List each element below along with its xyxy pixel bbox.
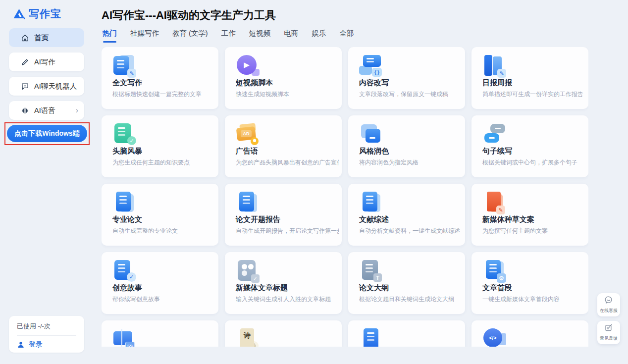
code-circle-icon: </> xyxy=(482,327,506,347)
tool-card-description: 根据标题快速创建一篇完整的文章 xyxy=(112,90,215,99)
tool-card-title: 短视频脚本 xyxy=(236,78,273,88)
tool-card[interactable]: ⚙文章首段一键生成新媒体文章首段内容 xyxy=(471,252,588,314)
tool-card-description: 为您的产品头脑风暴出有创意的广告宣传语 xyxy=(236,158,339,167)
tool-card-partial[interactable]: </> xyxy=(471,320,588,347)
tab-3[interactable]: 教育 (文学) xyxy=(172,29,208,43)
tool-card[interactable]: ✓创意故事帮你续写创意故事 xyxy=(102,252,218,314)
tool-card-title: 广告语 xyxy=(236,147,258,156)
user-icon xyxy=(17,341,25,349)
tool-card-title: 新媒体种草文案 xyxy=(482,215,534,224)
tool-card[interactable]: ✎日报周报简单描述即可生成一份详实的工作报告 xyxy=(471,47,588,109)
service-button[interactable]: 在线客服 xyxy=(597,293,620,316)
sidebar-item-chat[interactable]: AI聊天机器人 xyxy=(9,77,84,96)
tool-card[interactable]: ✎新媒体种草文案为您撰写任何主题的文案 xyxy=(471,184,588,246)
voice-icon xyxy=(21,106,29,115)
tool-card-title: 论文大纲 xyxy=(359,283,389,293)
sidebar-item-label: AI写作 xyxy=(34,57,55,67)
tool-card-partial[interactable] xyxy=(348,320,465,347)
tool-card-description: 自动生成开题报告，开启论文写作第一步 xyxy=(236,227,339,235)
floater-label: 在线客服 xyxy=(600,308,618,314)
tool-card[interactable]: AD广告语为您的产品头脑风暴出有创意的广告宣传语 xyxy=(225,115,342,177)
paper-doc-icon xyxy=(359,191,383,214)
tool-card-description: 简单描述即可生成一份详实的工作报告 xyxy=(482,90,585,99)
sidebar-menu: 首页AI写作AI聊天机器人AI语音› xyxy=(9,28,84,120)
tool-card-description: 为您生成任何主题的知识要点 xyxy=(112,158,215,167)
app-window: 写作宝 首页AI写作AI聊天机器人AI语音› 点击下载Windows端 已使用 … xyxy=(0,0,628,364)
download-windows-button[interactable]: 点击下载Windows端 xyxy=(7,125,87,142)
tool-card[interactable]: 文献综述自动分析文献资料，一键生成文献综述 xyxy=(348,184,465,246)
tool-card-title: 句子续写 xyxy=(482,147,512,156)
first-para-doc-icon: ⚙ xyxy=(482,259,506,283)
tool-card[interactable]: T论文大纲根据论文题目和关键词生成论文大纲 xyxy=(348,252,465,314)
tool-card-description: 输入关键词生成引人入胜的文章标题 xyxy=(236,295,339,304)
tool-card[interactable]: ✓新媒体文章标题输入关键词生成引人入胜的文章标题 xyxy=(225,252,342,314)
usage-login-card: 已使用 -/-次 登录 xyxy=(9,316,84,353)
floater-label: 意见反馈 xyxy=(600,335,618,342)
tool-card[interactable]: 专业论文自动生成完整的专业论文 xyxy=(102,184,218,246)
chevron-right-icon: › xyxy=(76,106,78,115)
poem-paper-icon: 诗 xyxy=(236,327,260,347)
sidebar-item-pencil[interactable]: AI写作 xyxy=(9,52,84,71)
tool-card-description: 文章段落改写，保留原义一键成稿 xyxy=(359,90,462,99)
tool-card-title: 文献综述 xyxy=(359,215,389,224)
outline-doc-icon: T xyxy=(359,259,383,283)
download-highlight-annotation: 点击下载Windows端 xyxy=(4,122,90,145)
tool-card[interactable]: 论文开题报告自动生成开题报告，开启论文写作第一步 xyxy=(225,184,342,246)
paper-doc-icon xyxy=(236,191,260,214)
tool-card-description: 将内容润色为指定风格 xyxy=(359,158,462,167)
brand-logo: 写作宝 xyxy=(13,7,61,21)
tool-card-title: 专业论文 xyxy=(112,215,142,224)
tab-8[interactable]: 全部 xyxy=(339,29,354,43)
tab-2[interactable]: 社媒写作 xyxy=(130,29,159,43)
tab-1[interactable]: 热门 xyxy=(103,29,117,43)
tool-card-grid: ✎全文写作根据标题快速创建一篇完整的文章▶短视频脚本快速生成短视频脚本{ }内容… xyxy=(102,47,588,347)
pencil-icon xyxy=(21,58,29,66)
video-play-icon: ▶ xyxy=(236,54,260,78)
rewrite-braces-icon: { } xyxy=(359,54,383,78)
feedback-icon xyxy=(604,323,613,334)
tool-card[interactable]: ▶短视频脚本快速生成短视频脚本 xyxy=(225,47,342,109)
tool-card[interactable]: { }内容改写文章段落改写，保留原义一键成稿 xyxy=(348,47,465,109)
feedback-button[interactable]: 意见反馈 xyxy=(597,321,620,344)
sidebar-item-voice[interactable]: AI语音› xyxy=(9,101,84,120)
tool-card[interactable]: 风格润色将内容润色为指定风格 xyxy=(348,115,465,177)
tool-card-title: 创意故事 xyxy=(112,283,142,293)
sidebar-item-label: AI语音 xyxy=(34,106,55,115)
chat-icon xyxy=(21,82,29,91)
tool-card[interactable]: ✎全文写作根据标题快速创建一篇完整的文章 xyxy=(102,47,218,109)
ad-card-icon: AD xyxy=(236,122,260,146)
page-title: AI写作宝---AI驱动的文字生产力工具 xyxy=(102,8,276,23)
tool-card-description: 根据关键词或中心句，扩展多个句子 xyxy=(482,158,585,167)
tab-5[interactable]: 短视频 xyxy=(249,29,271,43)
tool-card[interactable]: 句子续写根据关键词或中心句，扩展多个句子 xyxy=(471,115,588,177)
tool-card-description: 快速生成短视频脚本 xyxy=(236,90,339,99)
tool-card-description: 自动分析文献资料，一键生成文献综述 xyxy=(359,227,462,235)
home-icon xyxy=(21,34,29,42)
tool-card-title: 头脑风暴 xyxy=(112,147,142,156)
tool-card-description: 自动生成完整的专业论文 xyxy=(112,227,215,235)
tool-card[interactable]: ✓头脑风暴为您生成任何主题的知识要点 xyxy=(102,115,218,177)
tool-card-partial[interactable]: 5S xyxy=(102,320,218,347)
chat-bubbles-icon xyxy=(482,122,506,146)
service-icon xyxy=(604,296,613,307)
tool-card-title: 论文开题报告 xyxy=(236,215,280,224)
story-doc-icon: ✓ xyxy=(112,259,136,283)
sidebar-item-home[interactable]: 首页 xyxy=(9,28,84,47)
brand-logo-icon xyxy=(13,8,26,20)
tool-card-partial[interactable]: 诗 xyxy=(225,320,342,347)
tab-4[interactable]: 工作 xyxy=(221,29,236,43)
tool-card-title: 文章首段 xyxy=(482,283,512,293)
tool-card-title: 日报周报 xyxy=(482,78,512,88)
mindmap-check-icon: ✓ xyxy=(112,122,136,146)
red-book-icon: ✎ xyxy=(482,191,506,214)
doc-pencil-icon: ✎ xyxy=(112,54,136,78)
tool-card-title: 风格润色 xyxy=(359,147,389,156)
tab-7[interactable]: 娱乐 xyxy=(312,29,326,43)
tool-card-description: 为您撰写任何主题的文案 xyxy=(482,227,585,235)
login-button[interactable]: 登录 xyxy=(17,340,76,349)
tool-card-title: 新媒体文章标题 xyxy=(236,283,288,293)
tab-6[interactable]: 电商 xyxy=(284,29,298,43)
tool-card-title: 全文写作 xyxy=(112,78,142,88)
tool-card-description: 一键生成新媒体文章首段内容 xyxy=(482,295,585,304)
report-book-icon: ✎ xyxy=(482,54,506,78)
